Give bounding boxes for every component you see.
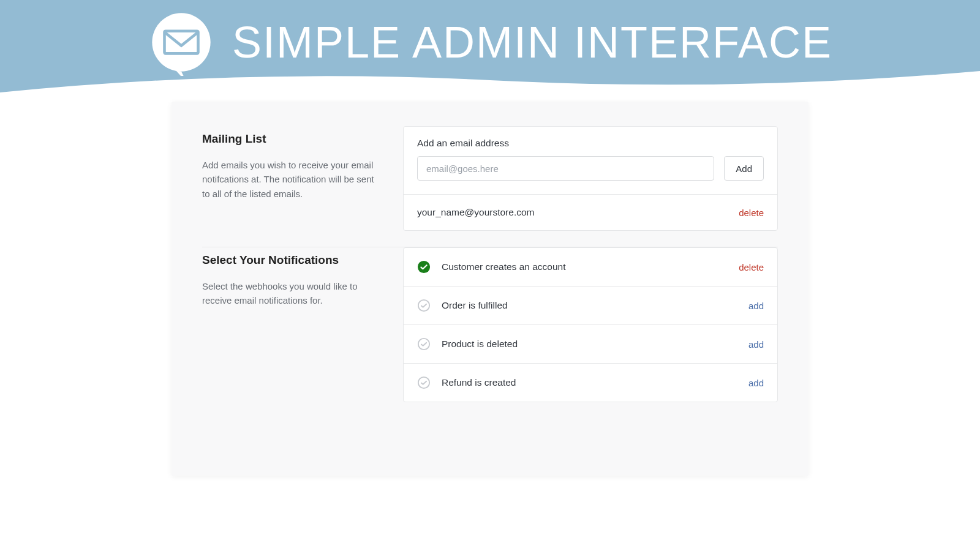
mail-speech-icon: [148, 9, 215, 76]
check-circle-outline-icon: [417, 299, 431, 312]
notification-add-link[interactable]: add: [748, 339, 764, 350]
email-list-item: your_name@yourstore.com delete: [404, 194, 777, 230]
hero-banner: SIMPLE ADMIN INTERFACE: [0, 0, 980, 104]
delete-email-link[interactable]: delete: [739, 208, 764, 218]
notification-item: Product is deleted add: [404, 324, 777, 363]
notifications-title: Select Your Notifications: [202, 253, 381, 267]
check-circle-outline-icon: [417, 337, 431, 351]
notifications-card: Customer creates an account delete Order…: [403, 247, 778, 402]
svg-point-4: [418, 377, 429, 388]
notification-delete-link[interactable]: delete: [739, 262, 764, 272]
add-email-button[interactable]: Add: [724, 156, 764, 181]
notification-label: Customer creates an account: [442, 261, 739, 272]
mailing-card: Add an email address Add your_name@yours…: [403, 126, 778, 231]
notification-item: Order is fulfilled add: [404, 286, 777, 324]
notification-item: Customer creates an account delete: [404, 248, 777, 286]
notification-label: Product is deleted: [442, 339, 748, 350]
svg-point-2: [418, 300, 429, 311]
notification-add-link[interactable]: add: [748, 301, 764, 311]
svg-point-3: [418, 339, 429, 350]
notification-add-link[interactable]: add: [748, 378, 764, 388]
email-input[interactable]: [417, 156, 714, 181]
notification-item: Refund is created add: [404, 363, 777, 402]
check-circle-outline-icon: [417, 376, 431, 389]
notification-label: Refund is created: [442, 377, 748, 388]
mailing-title: Mailing List: [202, 132, 381, 146]
admin-panel: Mailing List Add emails you wish to rece…: [172, 102, 809, 476]
notifications-desc: Select the webhooks you would like to re…: [202, 279, 381, 308]
notification-label: Order is fulfilled: [442, 300, 748, 311]
mailing-desc: Add emails you wish to receive your emai…: [202, 158, 381, 201]
hero-title: SIMPLE ADMIN INTERFACE: [232, 17, 832, 67]
add-email-label: Add an email address: [417, 138, 764, 149]
mailing-list-section: Mailing List Add emails you wish to rece…: [202, 126, 778, 231]
check-circle-icon: [417, 260, 431, 274]
svg-point-1: [418, 261, 430, 273]
notifications-section: Select Your Notifications Select the web…: [202, 247, 778, 402]
email-address: your_name@yourstore.com: [417, 207, 534, 218]
